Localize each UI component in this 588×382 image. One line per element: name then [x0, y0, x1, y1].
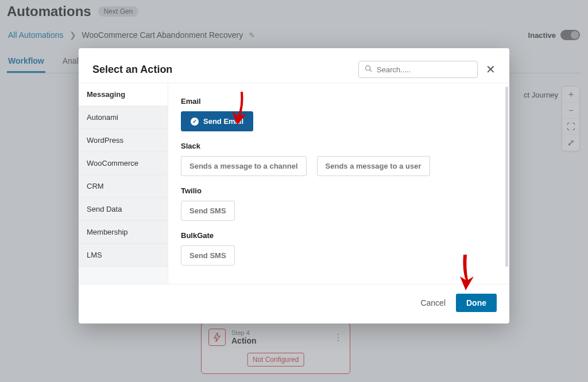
search-input[interactable]	[377, 65, 473, 74]
twilio-sms-button[interactable]: Send SMS	[181, 201, 235, 221]
bulkgate-sms-button[interactable]: Send SMS	[181, 245, 235, 266]
category-messaging[interactable]: Messaging	[79, 83, 168, 106]
group-email-label: Email	[181, 97, 497, 106]
send-email-label: Send Email	[203, 117, 243, 126]
check-icon: ✓	[191, 118, 199, 126]
select-action-modal: Select an Action ✕ Messaging Autonami Wo…	[79, 48, 509, 323]
category-crm[interactable]: CRM	[79, 175, 168, 198]
send-email-button[interactable]: ✓ Send Email	[181, 111, 253, 131]
svg-point-0	[366, 66, 370, 71]
close-icon[interactable]: ✕	[486, 63, 496, 76]
scrollbar[interactable]	[505, 87, 508, 267]
category-lms[interactable]: LMS	[79, 244, 168, 267]
category-wordpress[interactable]: WordPress	[79, 129, 168, 152]
group-slack-label: Slack	[181, 142, 497, 150]
modal-title: Select an Action	[92, 64, 172, 76]
svg-line-1	[370, 70, 372, 72]
group-bulkgate-label: BulkGate	[181, 231, 497, 240]
category-send-data[interactable]: Send Data	[79, 198, 168, 221]
category-woocommerce[interactable]: WooCommerce	[79, 152, 168, 175]
category-membership[interactable]: Membership	[79, 221, 168, 244]
cancel-button[interactable]: Cancel	[420, 298, 446, 307]
group-twilio-label: Twilio	[181, 186, 497, 195]
slack-user-button[interactable]: Sends a message to a user	[317, 156, 430, 176]
search-icon	[365, 65, 372, 74]
modal-overlay: Select an Action ✕ Messaging Autonami Wo…	[0, 0, 588, 382]
action-pane: Email ✓ Send Email Slack Sends a message…	[168, 83, 509, 284]
category-autonami[interactable]: Autonami	[79, 106, 168, 129]
slack-channel-button[interactable]: Sends a message to a channel	[181, 156, 307, 176]
done-button[interactable]: Done	[456, 294, 497, 312]
category-list: Messaging Autonami WordPress WooCommerce…	[79, 83, 168, 284]
search-input-wrapper[interactable]	[358, 61, 478, 78]
